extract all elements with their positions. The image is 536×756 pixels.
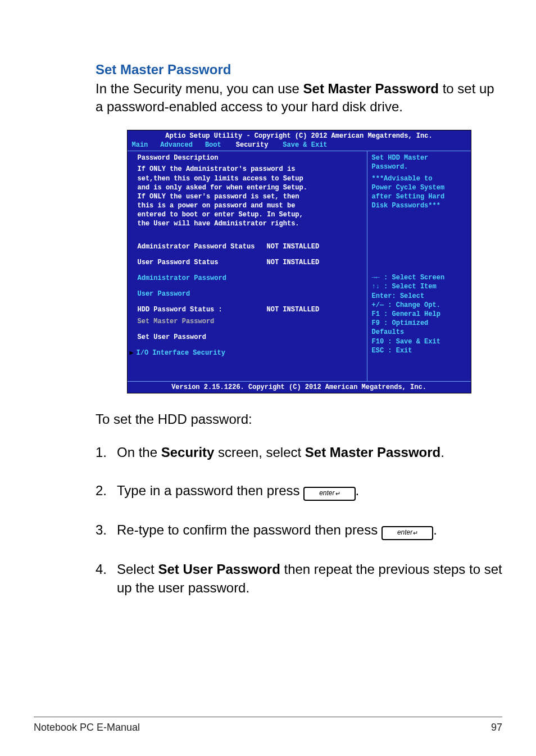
intro-text-before: In the Security menu, you can use <box>96 81 303 96</box>
bios-tabs: MainAdvancedBootSecuritySave & Exit <box>128 141 471 151</box>
bios-admin-status-value: NOT INSTALLED <box>267 242 361 251</box>
bios-desc-line: If ONLY the user's password is set, then <box>138 192 361 201</box>
bios-key-line: +/— : Change Opt. <box>372 301 466 310</box>
step-number: 2. <box>96 482 117 501</box>
intro-paragraph: In the Security menu, you can use Set Ma… <box>96 80 502 116</box>
bios-admin-password: Administrator Password <box>138 274 361 283</box>
intro-text-bold: Set Master Password <box>303 81 439 96</box>
step-item: 1. On the Security screen, select Set Ma… <box>96 443 502 461</box>
bios-user-status-value: NOT INSTALLED <box>267 258 361 267</box>
after-bios-text: To set the HDD password: <box>96 410 502 428</box>
bios-help-line: after Setting Hard <box>372 192 466 201</box>
bios-footer: Version 2.15.1226. Copyright (C) 2012 Am… <box>128 381 471 393</box>
bios-key-line: F9 : Optimized <box>372 319 466 328</box>
bios-right-panel: Set HDD Master Password. ***Advisable to… <box>367 151 471 381</box>
step-text: screen, select <box>214 445 305 460</box>
step-text: Type in a password then press <box>117 483 303 498</box>
step-text: On the <box>117 445 161 460</box>
bios-hdd-status-value: NOT INSTALLED <box>267 305 361 314</box>
page-number: 97 <box>491 722 502 734</box>
bios-help-line: Set HDD Master <box>372 153 466 162</box>
step-text: Re-type to confirm the password then pre… <box>117 522 381 537</box>
bios-pd-head: Password Description <box>138 153 361 162</box>
bios-tab-save-exit: Save & Exit <box>283 141 327 149</box>
step-text: . <box>356 483 360 498</box>
bios-key-line: F1 : General Help <box>372 310 466 319</box>
bios-desc-line: the User will have Administrator rights. <box>138 219 361 228</box>
step-bold: Set User Password <box>158 562 280 577</box>
bios-desc-line: this is a power on password and must be <box>138 201 361 210</box>
bios-desc-line: entered to boot or enter Setup. In Setup… <box>138 210 361 219</box>
bios-title: Aptio Setup Utility - Copyright (C) 2012… <box>128 130 471 141</box>
bios-screenshot: Aptio Setup Utility - Copyright (C) 2012… <box>127 130 471 394</box>
bios-tab-main: Main <box>132 141 148 149</box>
step-text: . <box>440 445 444 460</box>
bios-hdd-status-label: HDD Password Status : <box>138 305 267 314</box>
step-number: 3. <box>96 521 117 540</box>
section-heading: Set Master Password <box>96 62 502 78</box>
bios-key-line: Defaults <box>372 328 466 337</box>
bios-help-line: Power Cycle System <box>372 183 466 192</box>
bios-tab-security: Security <box>234 141 271 150</box>
step-bold: Security <box>161 445 215 460</box>
step-item: 2. Type in a password then press enter. <box>96 482 502 501</box>
footer-title: Notebook PC E-Manual <box>34 722 140 734</box>
bios-help-line: ***Advisable to <box>372 174 466 183</box>
step-number: 1. <box>96 443 117 461</box>
bios-help-line: Password. <box>372 162 466 171</box>
enter-key-icon: enter <box>303 487 355 501</box>
step-item: 4. Select Set User Password then repeat … <box>96 560 502 597</box>
bios-left-panel: Password Description If ONLY the Adminis… <box>128 151 367 381</box>
bios-key-line: Enter: Select <box>372 292 466 301</box>
steps-list: 1. On the Security screen, select Set Ma… <box>96 443 502 597</box>
bios-desc-line: If ONLY the Administrator's password is <box>138 165 361 174</box>
bios-key-line: F10 : Save & Exit <box>372 337 466 346</box>
bios-desc-line: set,then this only limits access to Setu… <box>138 174 361 183</box>
page-footer: Notebook PC E-Manual 97 <box>34 717 502 734</box>
step-item: 3. Re-type to confirm the password then … <box>96 521 502 540</box>
bios-set-master-password: Set Master Password <box>138 317 361 326</box>
bios-help-line: Disk Passwords*** <box>372 201 466 210</box>
enter-key-icon: enter <box>381 526 433 540</box>
step-text: Select <box>117 562 158 577</box>
bios-key-line: →← : Select Screen <box>372 273 466 282</box>
bios-desc-line: and is only asked for when entering Setu… <box>138 183 361 192</box>
bios-io-interface-security: ▶I/O Interface Security <box>138 348 361 357</box>
bios-tab-boot: Boot <box>205 141 221 149</box>
bios-set-user-password: Set User Password <box>138 333 361 342</box>
bios-user-password: User Password <box>138 289 361 298</box>
step-text: . <box>433 522 437 537</box>
bios-io-label: I/O Interface Security <box>137 349 225 357</box>
step-bold: Set Master Password <box>305 445 440 460</box>
bios-user-status-label: User Password Status <box>138 258 267 267</box>
bios-key-line: ESC : Exit <box>372 346 466 355</box>
bios-tab-advanced: Advanced <box>160 141 193 149</box>
step-number: 4. <box>96 560 117 597</box>
bios-admin-status-label: Administrator Password Status <box>138 242 267 251</box>
bios-key-line: ↑↓ : Select Item <box>372 282 466 291</box>
triangle-right-icon: ▶ <box>130 348 137 357</box>
